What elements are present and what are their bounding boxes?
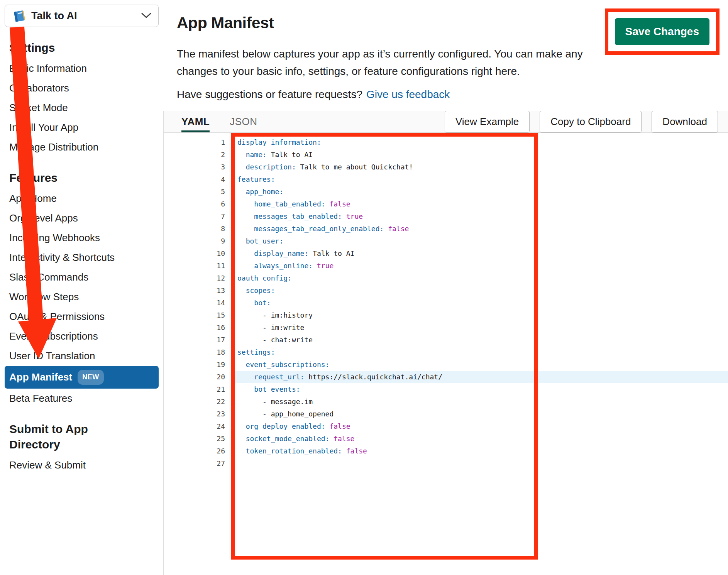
- line-number: 21: [164, 383, 225, 396]
- sidebar-item-user-id-translation[interactable]: User ID Translation: [0, 346, 163, 366]
- sidebar-item-label: Interactivity & Shortcuts: [9, 252, 115, 264]
- sidebar-item-basic-information[interactable]: Basic Information: [0, 59, 163, 78]
- sidebar-item-socket-mode[interactable]: Socket Mode: [0, 98, 163, 118]
- sidebar-item-collaborators[interactable]: Collaborators: [0, 78, 163, 98]
- code-token: org_deploy_enabled:: [246, 422, 325, 430]
- code-line[interactable]: socket_mode_enabled: false: [231, 433, 728, 445]
- sidebar-item-slash-commands[interactable]: Slash Commands: [0, 267, 163, 287]
- app-selector-label: Talk to AI: [31, 10, 77, 22]
- code-token: messages_tab_read_only_enabled:: [254, 225, 384, 233]
- code-token: app_home:: [246, 188, 284, 196]
- code-line[interactable]: always_online: true: [231, 260, 728, 272]
- code-token: [237, 163, 246, 171]
- sidebar-item-beta-features[interactable]: Beta Features: [0, 389, 163, 408]
- sidebar-item-org-level-apps[interactable]: Org Level Apps: [0, 208, 163, 228]
- sidebar-item-install-your-app[interactable]: Install Your App: [0, 118, 163, 137]
- code-line[interactable]: - chat:write: [231, 334, 728, 346]
- code-token: Talk to me about Quickchat!: [296, 163, 413, 171]
- code-line[interactable]: messages_tab_enabled: true: [231, 210, 728, 223]
- sidebar-item-incoming-webhooks[interactable]: Incoming Webhooks: [0, 228, 163, 248]
- code-token: socket_mode_enabled:: [246, 435, 330, 443]
- code-token: [237, 286, 246, 294]
- sidebar-item-workflow-steps[interactable]: Workflow Steps: [0, 287, 163, 307]
- code-token: [237, 151, 246, 159]
- line-number: 8: [164, 223, 225, 235]
- manifest-editor[interactable]: 1234567891011121314151617181920212223242…: [163, 133, 728, 575]
- sidebar-item-app-home[interactable]: App Home: [0, 189, 163, 208]
- feedback-link[interactable]: Give us feedback: [366, 88, 450, 100]
- code-line[interactable]: description: Talk to me about Quickchat!: [231, 161, 728, 173]
- line-number: 12: [164, 272, 225, 284]
- sidebar-item-oauth-permissions[interactable]: OAuth & Permissions: [0, 307, 163, 326]
- code-token: request_url:: [254, 373, 304, 381]
- code-line[interactable]: [231, 457, 728, 470]
- code-line[interactable]: settings:: [231, 346, 728, 359]
- code-line[interactable]: messages_tab_read_only_enabled: false: [231, 223, 728, 235]
- code-token: - chat:write: [237, 336, 313, 344]
- code-line[interactable]: request_url: https://slack.quickchat.ai/…: [231, 371, 728, 383]
- copy-to-clipboard-button[interactable]: Copy to Clipboard: [540, 111, 642, 133]
- code-token: always_online:: [254, 262, 313, 270]
- sidebar-section-title: Settings: [9, 40, 129, 56]
- code-line[interactable]: app_home:: [231, 186, 728, 198]
- code-line[interactable]: bot_user:: [231, 235, 728, 247]
- code-token: settings:: [237, 348, 275, 356]
- code-token: bot:: [254, 299, 271, 307]
- line-number: 5: [164, 186, 225, 198]
- code-line[interactable]: - app_home_opened: [231, 408, 728, 420]
- code-line[interactable]: - im:history: [231, 309, 728, 321]
- code-line[interactable]: - message.im: [231, 396, 728, 408]
- app-selector[interactable]: Talk to AI: [5, 5, 159, 27]
- book-icon: [12, 9, 26, 22]
- code-area[interactable]: display_information: name: Talk to AI de…: [231, 133, 728, 575]
- line-number: 11: [164, 260, 225, 272]
- sidebar-item-label: App Manifest: [9, 371, 72, 383]
- code-line[interactable]: display_information:: [231, 136, 728, 149]
- download-button[interactable]: Download: [652, 111, 718, 133]
- line-number: 10: [164, 247, 225, 260]
- code-line[interactable]: name: Talk to AI: [231, 149, 728, 161]
- sidebar-item-interactivity-shortcuts[interactable]: Interactivity & Shortcuts: [0, 248, 163, 267]
- code-line[interactable]: - im:write: [231, 321, 728, 334]
- line-number: 22: [164, 396, 225, 408]
- manifest-description: The manifest below captures your app as …: [177, 45, 607, 80]
- code-line[interactable]: scopes:: [231, 284, 728, 297]
- line-number: 9: [164, 235, 225, 247]
- save-changes-button[interactable]: Save Changes: [615, 18, 709, 45]
- sidebar-item-review-submit[interactable]: Review & Submit: [0, 455, 163, 475]
- code-line[interactable]: bot:: [231, 297, 728, 309]
- sidebar-item-manage-distribution[interactable]: Manage Distribution: [0, 137, 163, 157]
- code-token: [237, 200, 254, 208]
- code-line[interactable]: oauth_config:: [231, 272, 728, 284]
- code-token: description:: [246, 163, 296, 171]
- annotation-box-save: Save Changes: [605, 8, 720, 55]
- code-token: - app_home_opened: [237, 410, 334, 418]
- line-number: 20: [164, 371, 225, 383]
- code-token: name:: [246, 151, 267, 159]
- line-number: 4: [164, 173, 225, 186]
- code-token: display_name:: [254, 249, 308, 257]
- code-line[interactable]: event_subscriptions:: [231, 359, 728, 371]
- line-number: 24: [164, 420, 225, 433]
- code-line[interactable]: org_deploy_enabled: false: [231, 420, 728, 433]
- code-token: false: [325, 200, 350, 208]
- code-token: features:: [237, 175, 275, 183]
- code-line[interactable]: display_name: Talk to AI: [231, 247, 728, 260]
- tab-json[interactable]: JSON: [230, 111, 257, 132]
- sidebar-item-label: Install Your App: [9, 122, 78, 134]
- sidebar-item-label: Workflow Steps: [9, 291, 79, 303]
- line-number: 18: [164, 346, 225, 359]
- line-number: 3: [164, 161, 225, 173]
- sidebar-nav: SettingsBasic InformationCollaboratorsSo…: [0, 40, 163, 475]
- sidebar-item-app-manifest[interactable]: App ManifestNEW: [5, 366, 159, 389]
- line-number: 14: [164, 297, 225, 309]
- code-line[interactable]: token_rotation_enabled: false: [231, 445, 728, 457]
- sidebar-section-title: Submit to App Directory: [9, 421, 129, 452]
- code-line[interactable]: features:: [231, 173, 728, 186]
- line-number: 17: [164, 334, 225, 346]
- code-line[interactable]: bot_events:: [231, 383, 728, 396]
- tab-yaml[interactable]: YAML: [181, 111, 210, 132]
- sidebar-item-event-subscriptions[interactable]: Event Subscriptions: [0, 326, 163, 346]
- code-line[interactable]: home_tab_enabled: false: [231, 198, 728, 210]
- view-example-button[interactable]: View Example: [445, 111, 530, 133]
